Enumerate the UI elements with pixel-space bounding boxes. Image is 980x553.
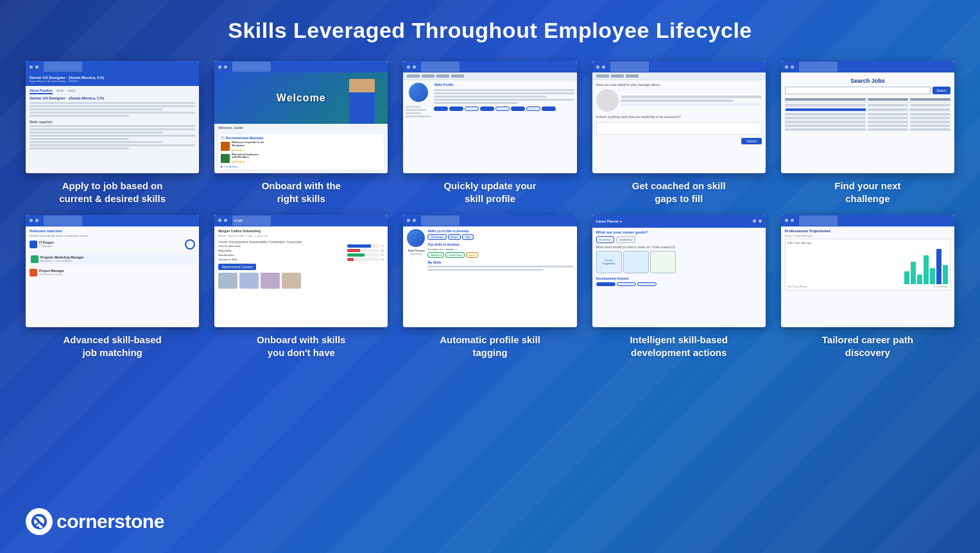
lifecycle-grid: Senior UX Designer - (Santa Monica, CA) … [0, 61, 980, 359]
cell-dev-actions: Career Planner ▾ What are your career go… [592, 215, 766, 360]
label-update-skills: Quickly update yourskill profile [443, 180, 536, 206]
screenshot-dev-actions: Career Planner ▾ What are your career go… [592, 215, 766, 327]
logo-icon [26, 508, 53, 535]
screenshot-next-challenge: Search Jobs Search [781, 61, 954, 173]
screenshot-coached: Have you ever talked to your manager abo… [592, 61, 766, 173]
label-onboard-right: Onboard with theright skills [262, 180, 341, 206]
label-next-challenge: Find your nextchallenge [834, 180, 900, 206]
screenshot-apply-job: Senior UX Designer - (Santa Monica, CA) … [26, 61, 199, 173]
cell-onboard-right: Welcome Welcome, Jackie! 📋 Recommended M… [214, 61, 388, 206]
label-coached: Get coached on skillgaps to fill [632, 180, 726, 206]
footer-logo: cornerstone [26, 508, 164, 535]
screenshot-onboard-right: Welcome Welcome, Jackie! 📋 Recommended M… [214, 61, 388, 173]
logo-text: cornerstone [56, 511, 164, 532]
cell-auto-tagging: Tania Picasso Marketing Skills you'd lik… [403, 215, 576, 360]
screenshot-career-path: Professional Trajectories Senior Product… [781, 215, 954, 327]
label-apply-job: Apply to job based oncurrent & desired s… [59, 180, 166, 206]
label-job-matching: Advanced skill-basedjob matching [63, 334, 161, 360]
cell-job-matching: Relevant matches Find the most relevant … [26, 215, 199, 360]
cell-next-challenge: Search Jobs Search [781, 61, 954, 206]
screenshot-job-matching: Relevant matches Find the most relevant … [26, 215, 199, 327]
cell-onboard-skills: ACME Morgan Collins Onboarding Mentor: J… [214, 215, 388, 360]
page-title: Skills Leveraged Throughout Employee Lif… [0, 0, 980, 55]
cell-update-skills: Skills Profile [403, 61, 576, 206]
label-onboard-skills: Onboard with skillsyou don't have [257, 334, 345, 360]
label-auto-tagging: Automatic profile skilltagging [440, 334, 540, 360]
cell-career-path: Professional Trajectories Senior Product… [781, 215, 954, 360]
screenshot-update-skills: Skills Profile [403, 61, 576, 173]
label-career-path: Tailored career pathdiscovery [822, 334, 913, 360]
cell-coached: Have you ever talked to your manager abo… [592, 61, 766, 206]
cell-apply-job: Senior UX Designer - (Santa Monica, CA) … [26, 61, 199, 206]
label-dev-actions: Intelligent skill-baseddevelopment actio… [630, 334, 728, 360]
screenshot-auto-tagging: Tania Picasso Marketing Skills you'd lik… [403, 215, 576, 327]
screenshot-onboard-skills: ACME Morgan Collins Onboarding Mentor: J… [214, 215, 388, 327]
